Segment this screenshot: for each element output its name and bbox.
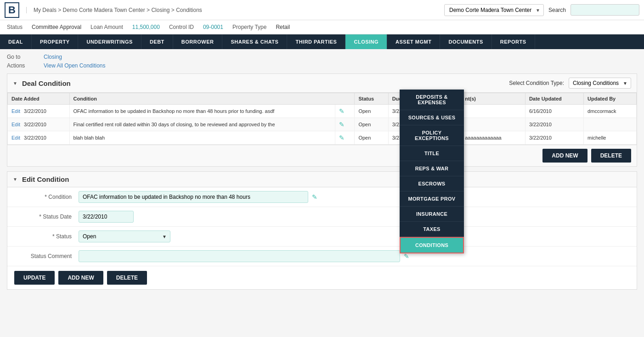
search-input[interactable] [571,4,639,16]
add-new-button[interactable]: ADD NEW [542,149,587,163]
status-comment-input[interactable] [79,250,400,262]
status-date-row: * Status Date [7,207,637,227]
actions-label: Actions [7,62,44,69]
actions-value[interactable]: View All Open Conditions [44,62,106,69]
row3-updated-by: michelle [584,131,637,145]
delete-button[interactable]: DELETE [591,149,631,163]
nav-item-reports[interactable]: REPORTS [492,34,535,49]
nav-bar: DEAL PROPERTY UNDERWRITINGS DEBT BORROWE… [0,34,644,49]
closing-dropdown: DEPOSITS & EXPENSES SOURCES & USES POLIC… [400,90,464,253]
status-value: Committee Approval [32,24,81,30]
deal-condition-title: Deal Condition [22,79,71,87]
row3-status: Open [355,131,388,145]
nav-item-debt[interactable]: DEBT [141,34,173,49]
nav-item-borrower[interactable]: BORROWER [173,34,223,49]
row3-date-updated: 3/22/2010 [525,131,583,145]
col-date-added: Date Added [8,93,70,105]
loan-value: 11,500,000 [132,24,160,30]
condition-input[interactable] [79,191,308,203]
status-comment-edit-icon[interactable]: ✎ [404,253,409,260]
nav-item-asset-mgmt[interactable]: ASSET MGMT [387,34,440,49]
edit-buttons-row: UPDATE ADD NEW DELETE [7,266,637,289]
deal-action-row: ADD NEW DELETE [7,145,637,166]
dd-escrows[interactable]: ESCROWS [400,176,464,191]
breadcrumb: My Deals > Demo Corte Madera Town Center… [26,7,202,13]
status-label: Status [7,24,23,30]
row2-status: Open [355,118,388,131]
edit-add-new-button[interactable]: ADD NEW [58,271,103,285]
edit-condition-section: ▼ Edit Condition * Condition ✎ * Status … [7,171,637,290]
edit-collapse-icon[interactable]: ▼ [13,177,17,182]
dd-deposits-expenses[interactable]: DEPOSITS & EXPENSES [400,90,464,110]
edit-condition-title: Edit Condition [22,175,69,183]
search-label: Search [548,7,566,13]
dd-conditions[interactable]: CONDITIONS [400,237,464,253]
property-value: Retail [276,24,290,30]
col-attachments: nt(s) [461,93,525,105]
dd-taxes[interactable]: TAXES [400,222,464,237]
nav-item-property[interactable]: PROPERTY [32,34,79,49]
condition-edit-icon[interactable]: ✎ [312,193,317,201]
condition-type-wrap: Closing Conditions [569,78,631,89]
app-logo: B [5,2,19,18]
nav-item-documents[interactable]: DOCUMENTS [440,34,491,49]
deal-condition-table: Date Added Condition Status Due / Status… [7,93,637,145]
condition-type-select[interactable]: Closing Conditions [569,78,631,89]
condition-type-label: Select Condition Type: [509,80,564,86]
nav-item-underwritings[interactable]: UNDERWRITINGS [78,34,141,49]
status-comment-row: Status Comment ✎ [7,247,637,266]
row1-status: Open [355,105,388,118]
goto-label: Go to [7,54,44,60]
row2-condition: Final certified rent roll dated within 3… [69,118,335,131]
row2-attachments [461,118,525,131]
nav-item-shares-chats[interactable]: SHARES & CHATS [222,34,287,49]
status-date-input[interactable] [79,211,134,223]
actions-row: Actions View All Open Conditions [7,62,637,69]
status-select[interactable]: Open [79,230,170,242]
main-content: Go to Closing Actions View All Open Cond… [0,49,644,299]
col-condition: Condition [69,93,355,105]
dd-sources-uses[interactable]: SOURCES & USES [400,110,464,125]
top-header: B My Deals > Demo Corte Madera Town Cent… [0,0,644,20]
control-value: 09-0001 [203,24,223,30]
row1-edit-icon[interactable]: ✎ [335,105,355,118]
dd-insurance[interactable]: INSURANCE [400,207,464,222]
deal-condition-section: ▼ Deal Condition Select Condition Type: … [7,73,637,167]
row1-edit-date: Edit 3/22/2010 [8,105,70,118]
row2-date-updated: 3/22/2010 [525,118,583,131]
header-right: Demo Corte Madera Town Center Search [444,4,639,16]
status-comment-label: Status Comment [14,253,79,259]
edit-condition-header: ▼ Edit Condition [7,172,637,187]
row2-edit-date: Edit 3/22/2010 [8,118,70,131]
row1-attachments [461,105,525,118]
dd-mortgage-prov[interactable]: MORTGAGE PROV [400,191,464,207]
condition-row: * Condition ✎ [7,187,637,207]
project-selector[interactable]: Demo Corte Madera Town Center [444,4,544,16]
goto-value[interactable]: Closing [44,54,62,60]
row3-condition: blah blah blah [69,131,335,145]
control-label: Control ID [169,24,194,30]
dd-reps-war[interactable]: REPS & WAR [400,161,464,176]
deal-collapse-icon[interactable]: ▼ [13,81,17,86]
dd-policy-exceptions[interactable]: POLICY EXCEPTIONS [400,125,464,146]
update-button[interactable]: UPDATE [14,271,55,285]
row1-updated-by: dmccormack [584,105,637,118]
goto-section: Go to Closing Actions View All Open Cond… [7,54,637,69]
condition-field-label: * Condition [14,194,79,200]
edit-delete-button[interactable]: DELETE [107,271,147,285]
property-label: Property Type [232,24,266,30]
table-row: Edit 3/22/2010 blah blah blah ✎ Open 3/2… [8,131,637,145]
row2-updated-by [584,118,637,131]
row3-edit-date: Edit 3/22/2010 [8,131,70,145]
nav-item-third-parties[interactable]: THIRD PARTIES [287,34,345,49]
status-field-label: * Status [14,233,79,240]
status-date-label: * Status Date [14,213,79,220]
row1-date-updated: 6/16/2010 [525,105,583,118]
nav-item-deal[interactable]: DEAL [0,34,32,49]
row2-edit-icon[interactable]: ✎ [335,118,355,131]
col-updated-by: Updated By [584,93,637,105]
row3-edit-icon[interactable]: ✎ [335,131,355,145]
row1-condition: OFAC information to be updated in Backsh… [69,105,335,118]
dd-title[interactable]: TITLE [400,146,464,161]
nav-item-closing[interactable]: CLOSING [345,34,387,49]
